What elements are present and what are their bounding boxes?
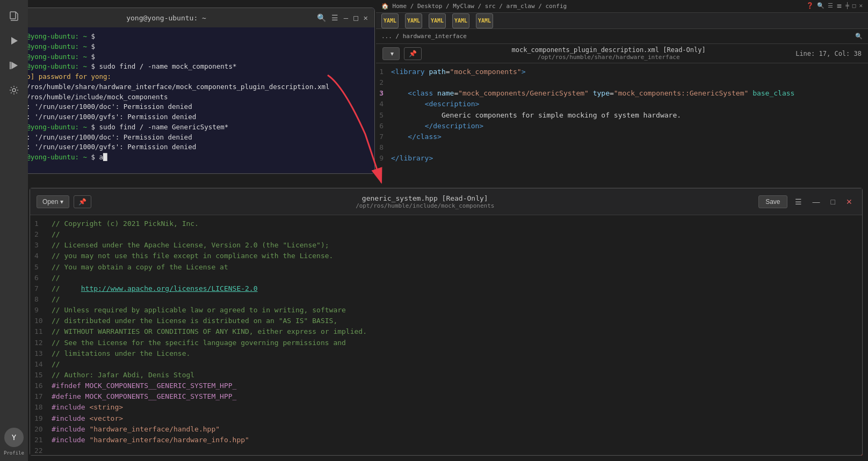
hpp-line-20: #include <string> <box>52 402 862 413</box>
hpp-save-btn[interactable]: Save <box>758 195 787 208</box>
hpp-titlebar: Open ▾ 📌 generic_system.hpp [Read-Only] … <box>30 188 862 215</box>
hpp-open-btn[interactable]: Open ▾ <box>37 195 69 208</box>
hpp-line-10: // distributed under the License is dist… <box>52 316 862 326</box>
gutter-line-2: 2 <box>30 229 52 240</box>
line-col-status: Line: 17, Col: 38 <box>795 50 862 57</box>
code-line-9: 9 </library> <box>376 153 868 164</box>
breadcrumb-bar: 🏠 Home / Desktop / MyClaw / src / arm_cl… <box>376 0 868 13</box>
svg-marker-2 <box>11 62 18 69</box>
gutter-line-5: 5 <box>30 262 52 273</box>
gutter-line-1: 1 <box>30 218 52 229</box>
vscode-main-editor: 🏠 Home / Desktop / MyClaw / src / arm_cl… <box>376 0 868 182</box>
yaml-icon-2[interactable]: YAML <box>405 13 422 28</box>
code-line-8: 8 <box>376 142 868 153</box>
breadcrumb-text: 🏠 Home / Desktop / MyClaw / src / arm_cl… <box>381 3 567 10</box>
terminal-maximize-btn[interactable]: □ <box>353 13 358 22</box>
toolbar-icons: YAML YAML YAML YAML YAML <box>381 13 493 28</box>
hpp-maximize-btn[interactable]: □ <box>828 196 838 207</box>
hpp-body[interactable]: 1 2 3 4 5 6 7 8 9 10 11 12 13 14 15 16 1… <box>30 215 862 455</box>
hpp-line-23: #include "hardware_interface/handle.hpp" <box>52 424 862 435</box>
code-line-4: 4 <description> <box>376 99 868 109</box>
hpp-window: Open ▾ 📌 generic_system.hpp [Read-Only] … <box>30 188 863 456</box>
gutter-line-12: 12 <box>30 338 52 348</box>
code-line-3: 3 <class name="mock_components/GenericSy… <box>376 88 868 99</box>
hpp-line-3: // Licensed under the Apache License, Ve… <box>52 240 862 251</box>
gutter-line-14: 14 <box>30 359 52 370</box>
hpp-line-14: // <box>52 359 862 370</box>
xml-open-btn[interactable]: ▾ <box>382 47 400 60</box>
hpp-gutter: 1 2 3 4 5 6 7 8 9 10 11 12 13 14 15 16 1… <box>30 215 52 455</box>
gutter-line-15: 15 <box>30 370 52 380</box>
terminal-controls: 🔍 ☰ — □ ✕ <box>317 13 368 22</box>
hpp-line-4: // you may not use this file except in c… <box>52 251 862 261</box>
hpp-menu-btn[interactable]: ☰ <box>792 196 805 207</box>
gutter-line-21: 21 <box>30 435 52 445</box>
terminal-minimize-btn[interactable]: — <box>344 13 348 22</box>
avatar[interactable]: Y <box>4 428 24 447</box>
hpp-minimize-btn[interactable]: — <box>809 196 823 207</box>
gutter-line-6: 6 <box>30 273 52 283</box>
hpp-line-13: // limitations under the License. <box>52 348 862 359</box>
svg-point-4 <box>12 89 16 92</box>
xml-pin-btn[interactable]: 📌 <box>404 47 422 60</box>
gutter-line-7: 7 <box>30 283 52 294</box>
profile-label: Profile <box>4 450 24 456</box>
sidebar-icon-settings[interactable] <box>3 79 25 101</box>
hpp-pin-btn[interactable]: 📌 <box>74 195 91 208</box>
terminal-close-btn[interactable]: ✕ <box>364 13 368 22</box>
gutter-line-20: 20 <box>30 424 52 435</box>
xml-code-area[interactable]: 1 <library path="mock_components"> 2 3 <… <box>376 63 868 182</box>
hpp-line-8: // <box>52 294 862 305</box>
hpp-file-name: generic_system.hpp [Read-Only] <box>91 194 758 202</box>
gutter-line-4: 4 <box>30 251 52 261</box>
hpp-close-btn[interactable]: ✕ <box>843 196 856 207</box>
left-sidebar: Y Profile <box>0 0 28 461</box>
hpp-code-area[interactable]: // Copyright (c) 2021 PickNik, Inc. // /… <box>52 215 862 455</box>
gutter-line-11: 11 <box>30 326 52 337</box>
code-line-7: 7 </class> <box>376 131 868 142</box>
gutter-line-22: 22 <box>30 445 52 455</box>
hpp-line-24: #include "hardware_interface/hardware_in… <box>52 435 862 445</box>
hpp-line-17: #ifndef MOCK_COMPONENTS__GENERIC_SYSTEM_… <box>52 380 862 391</box>
hpp-file-path: /opt/ros/humble/include/mock_components <box>91 202 758 209</box>
yaml-icon-4[interactable]: YAML <box>452 13 469 28</box>
terminal-title: yong@yong-ubuntu: ~ <box>16 14 316 22</box>
yaml-icon-3[interactable]: YAML <box>429 13 446 28</box>
gutter-line-18: 18 <box>30 402 52 413</box>
hpp-controls: Save ☰ — □ ✕ <box>758 195 856 208</box>
hpp-line-2: // <box>52 229 862 240</box>
terminal-hamburger-btn[interactable]: ☰ <box>331 13 338 22</box>
gutter-line-13: 13 <box>30 348 52 359</box>
sidebar-profile-area: Y Profile <box>0 428 28 461</box>
yaml-icon-5[interactable]: YAML <box>476 13 493 28</box>
hpp-line-15: // Author: Jafar Abdi, Denis Stogl <box>52 370 862 380</box>
code-line-2: 2 <box>376 77 868 88</box>
breadcrumb-icons: ❓🔍☰〓╪□✕ <box>806 2 863 10</box>
code-line-5: 5 Generic components for simple mocking … <box>376 110 868 121</box>
hpp-line-5: // You may obtain a copy of the License … <box>52 262 862 273</box>
sidebar-icon-run2[interactable] <box>3 55 25 76</box>
hpp-line-11: // WITHOUT WARRANTIES OR CONDITIONS OF A… <box>52 326 862 337</box>
xml-file-path: /opt/ros/humble/share/hardware_interface <box>422 54 795 61</box>
hpp-open-label: Open <box>42 198 58 206</box>
terminal-titlebar: ≡ yong@yong-ubuntu: ~ 🔍 ☰ — □ ✕ <box>5 8 374 27</box>
yaml-icon-1[interactable]: YAML <box>381 13 399 28</box>
gutter-line-19: 19 <box>30 413 52 424</box>
terminal-search-btn[interactable]: 🔍 <box>317 13 326 22</box>
hpp-line-21: #include <vector> <box>52 413 862 424</box>
gutter-line-9: 9 <box>30 305 52 316</box>
file-breadcrumb: ... / hardware_interface <box>381 33 467 40</box>
svg-marker-1 <box>11 37 18 45</box>
hpp-line-7: // http://www.apache.org/licenses/LICENS… <box>52 283 862 294</box>
sidebar-icon-files[interactable] <box>3 5 25 27</box>
terminal-body[interactable]: yong@yong-ubuntu: ~ $ yong@yong-ubuntu: … <box>5 27 374 173</box>
gutter-line-3: 3 <box>30 240 52 251</box>
hpp-line-18: #define MOCK_COMPONENTS__GENERIC_SYSTEM_… <box>52 391 862 402</box>
hpp-line-9: // Unless required by applicable law or … <box>52 305 862 316</box>
svg-rect-0 <box>10 12 16 19</box>
sidebar-icon-run[interactable] <box>3 30 25 52</box>
code-line-6: 6 </description> <box>376 121 868 131</box>
code-line-1: 1 <library path="mock_components"> <box>376 67 868 77</box>
gutter-line-17: 17 <box>30 391 52 402</box>
search-icon-bar[interactable]: 🔍 <box>855 33 863 40</box>
